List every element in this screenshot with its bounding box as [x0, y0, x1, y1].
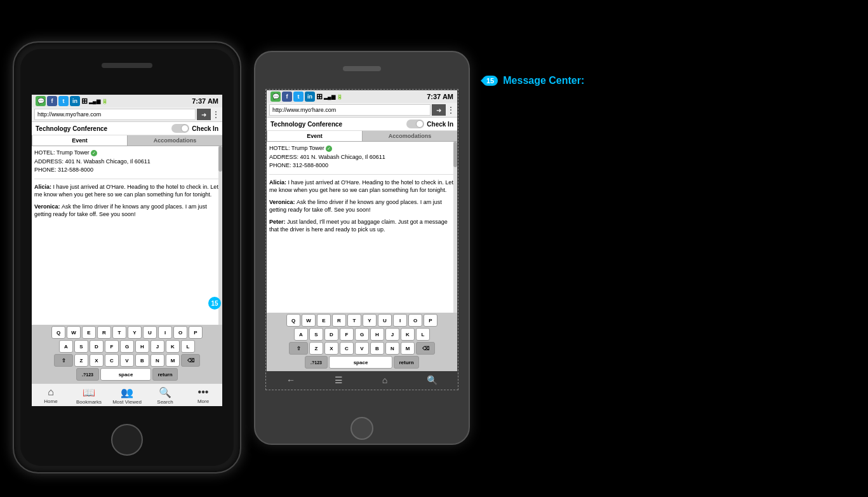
iphone-device: 15 💬 f t in ⊞ ▂▄▆ 🔋 7:37 AM	[13, 41, 241, 473]
android-key-return[interactable]: return	[394, 356, 419, 369]
android-key-k[interactable]: K	[401, 328, 415, 341]
iphone-toggle[interactable]	[171, 124, 189, 133]
iphone-address-bar[interactable]: ➜ ⋮	[32, 107, 222, 122]
android-key-i[interactable]: I	[393, 314, 407, 327]
android-key-shift[interactable]: ⇧	[289, 342, 308, 355]
android-search-nav-btn[interactable]: 🔍	[427, 375, 437, 385]
android-key-p[interactable]: P	[424, 314, 437, 327]
iphone-checkin-btn[interactable]: Check In	[192, 125, 218, 132]
iphone-home-button[interactable]	[111, 424, 143, 456]
android-key-y[interactable]: Y	[363, 314, 377, 327]
key-w[interactable]: W	[67, 326, 81, 339]
key-o[interactable]: O	[173, 326, 187, 339]
android-key-v[interactable]: V	[355, 342, 369, 355]
key-symbols[interactable]: .?123	[76, 368, 99, 381]
android-check-icon: ✓	[326, 146, 332, 152]
key-d[interactable]: D	[90, 340, 103, 353]
iphone-nav-bookmarks[interactable]: 📖 Bookmarks	[70, 386, 108, 405]
android-key-z[interactable]: Z	[309, 342, 323, 355]
key-l[interactable]: L	[181, 340, 195, 353]
android-go-button[interactable]: ➜	[432, 104, 446, 116]
android-tab-bar: Event Accomodations	[267, 131, 457, 142]
key-s[interactable]: S	[74, 340, 88, 353]
android-key-t[interactable]: T	[347, 314, 361, 327]
iphone-tab-event[interactable]: Event	[32, 135, 128, 146]
iphone-address-input[interactable]	[34, 109, 196, 120]
key-c[interactable]: C	[105, 354, 119, 367]
key-m[interactable]: M	[166, 354, 180, 367]
key-v[interactable]: V	[120, 354, 134, 367]
android-key-row-4: .?123 space return	[268, 356, 456, 369]
key-i[interactable]: I	[158, 326, 172, 339]
android-key-a[interactable]: A	[294, 328, 308, 341]
android-key-backspace[interactable]: ⌫	[416, 342, 435, 355]
key-j[interactable]: J	[150, 340, 164, 353]
key-space[interactable]: space	[100, 368, 151, 381]
android-key-f[interactable]: F	[340, 328, 354, 341]
key-z[interactable]: Z	[74, 354, 88, 367]
key-h[interactable]: H	[135, 340, 149, 353]
android-key-x[interactable]: X	[324, 342, 338, 355]
iphone-go-button[interactable]: ➜	[197, 109, 211, 120]
key-k[interactable]: K	[166, 340, 180, 353]
android-key-s[interactable]: S	[309, 328, 323, 341]
key-return[interactable]: return	[152, 368, 178, 381]
android-menu-dots[interactable]: ⋮	[447, 106, 455, 114]
key-p[interactable]: P	[189, 326, 203, 339]
key-x[interactable]: X	[90, 354, 103, 367]
key-t[interactable]: T	[112, 326, 126, 339]
key-e[interactable]: E	[82, 326, 96, 339]
key-f[interactable]: F	[105, 340, 119, 353]
annotation-container: 15 Message Center:	[483, 75, 584, 86]
android-key-space[interactable]: space	[329, 356, 392, 369]
android-back-btn[interactable]: ←	[286, 375, 295, 385]
key-q[interactable]: Q	[51, 326, 65, 339]
android-tab-accomodations[interactable]: Accomodations	[363, 131, 457, 141]
android-key-m[interactable]: M	[401, 342, 415, 355]
android-key-u[interactable]: U	[378, 314, 392, 327]
key-y[interactable]: Y	[128, 326, 142, 339]
iphone-msg-sender-1: Alicia:	[34, 184, 53, 190]
key-b[interactable]: B	[135, 354, 149, 367]
android-key-q[interactable]: Q	[286, 314, 300, 327]
android-home-btn[interactable]: ⌂	[382, 375, 387, 385]
android-key-j[interactable]: J	[385, 328, 399, 341]
key-u[interactable]: U	[143, 326, 157, 339]
key-a[interactable]: A	[59, 340, 73, 353]
iphone-nav-mostviewed[interactable]: 👥 Most Viewed	[108, 386, 146, 405]
android-toggle[interactable]	[406, 119, 424, 128]
key-g[interactable]: G	[120, 340, 134, 353]
iphone-nav-search[interactable]: 🔍 Search	[146, 386, 184, 405]
android-checkin-btn[interactable]: Check In	[427, 121, 453, 128]
iphone-menu-dots[interactable]: ⋮	[212, 110, 220, 119]
android-key-d[interactable]: D	[324, 328, 338, 341]
key-n[interactable]: N	[150, 354, 164, 367]
android-key-l[interactable]: L	[416, 328, 430, 341]
android-key-w[interactable]: W	[302, 314, 316, 327]
iphone-nav-mostviewed-label: Most Viewed	[112, 399, 142, 405]
iphone-nav-home[interactable]: ⌂ Home	[32, 386, 70, 405]
iphone-checkin-bar: Technology Conference Check In	[32, 122, 222, 135]
iphone-tab-accomodations[interactable]: Accomodations	[128, 135, 222, 146]
android-key-r[interactable]: R	[332, 314, 346, 327]
android-tab-event[interactable]: Event	[267, 131, 363, 141]
android-keyboard: QWERTYUIOP ASDFGHJKL ⇧ZXCVBNM⌫ .?123 spa…	[267, 313, 457, 371]
key-r[interactable]: R	[97, 326, 111, 339]
android-key-o[interactable]: O	[408, 314, 422, 327]
android-key-b[interactable]: B	[370, 342, 384, 355]
android-key-g[interactable]: G	[355, 328, 369, 341]
android-key-c[interactable]: C	[340, 342, 354, 355]
android-address-bar[interactable]: ➜ ⋮	[267, 103, 457, 118]
key-shift[interactable]: ⇧	[54, 354, 73, 367]
android-msg-text-3: Just landed, I'll meet you at baggage cl…	[269, 219, 448, 233]
android-key-h[interactable]: H	[370, 328, 384, 341]
android-menu-btn[interactable]: ☰	[335, 375, 343, 385]
android-key-e[interactable]: E	[317, 314, 331, 327]
android-key-n[interactable]: N	[385, 342, 399, 355]
iphone-nav-more[interactable]: ••• More	[184, 386, 222, 405]
android-physical-home[interactable]	[351, 417, 373, 440]
android-address-input[interactable]	[269, 104, 431, 116]
android-scrollbar[interactable]	[453, 142, 457, 313]
android-key-symbols[interactable]: .?123	[305, 356, 328, 369]
key-backspace[interactable]: ⌫	[181, 354, 200, 367]
